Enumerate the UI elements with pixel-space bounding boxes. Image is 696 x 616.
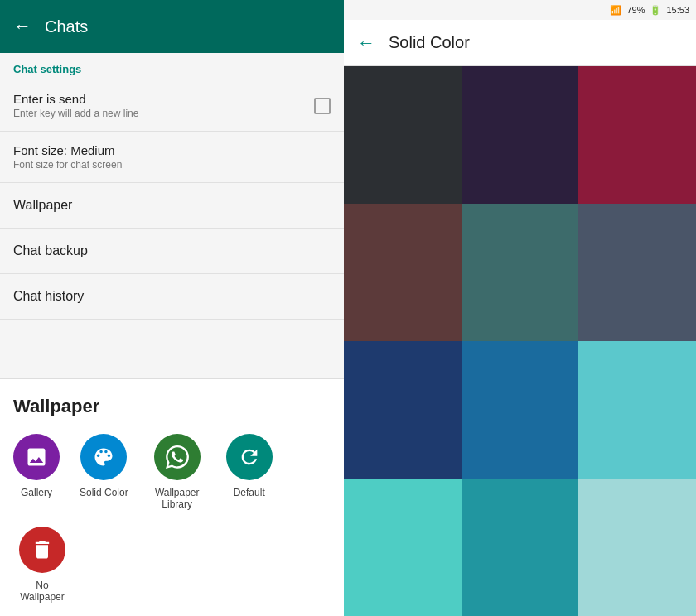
wallpaper-library-circle [154, 434, 201, 480]
chat-history-label: Chat history [13, 289, 331, 304]
back-arrow-icon[interactable]: ← [13, 16, 31, 37]
color-cell-2[interactable] [578, 66, 696, 204]
color-cell-0[interactable] [344, 66, 462, 204]
solid-color-circle [80, 434, 127, 480]
wallpaper-item[interactable]: Wallpaper [0, 183, 344, 229]
status-bar: 📶 79% 🔋 15:53 [344, 0, 696, 20]
default-label: Default [234, 487, 265, 498]
wallpaper-icons-row2: No Wallpaper [13, 527, 331, 603]
color-cell-8[interactable] [578, 341, 696, 479]
color-cell-3[interactable] [344, 204, 462, 341]
enter-is-send-subtitle: Enter key will add a new line [13, 108, 138, 119]
default-circle [226, 434, 273, 480]
gallery-icon-item[interactable]: Gallery [13, 434, 60, 498]
color-cell-6[interactable] [344, 341, 462, 479]
right-header: ← Solid Color [344, 20, 696, 66]
gallery-icon [25, 445, 48, 469]
signal-strength: 79% [626, 5, 645, 15]
color-cell-11[interactable] [578, 479, 696, 616]
wallpaper-library-icon-item[interactable]: Wallpaper Library [148, 434, 206, 510]
gallery-label: Gallery [21, 487, 52, 498]
enter-is-send-checkbox[interactable] [314, 98, 331, 114]
color-grid [344, 66, 696, 616]
wallpaper-library-label: Wallpaper Library [148, 487, 206, 510]
color-cell-1[interactable] [462, 66, 579, 204]
wallpaper-section: Wallpaper Gallery Solid Color [0, 378, 344, 616]
color-cell-5[interactable] [578, 204, 696, 341]
wifi-icon: 📶 [610, 5, 621, 16]
font-size-subtitle: Font size for chat screen [13, 159, 331, 171]
wallpaper-label: Wallpaper [13, 198, 331, 213]
color-cell-9[interactable] [344, 479, 462, 616]
no-wallpaper-label: No Wallpaper [13, 580, 71, 603]
font-size-item[interactable]: Font size: Medium Font size for chat scr… [0, 132, 344, 183]
solid-color-label: Solid Color [80, 487, 128, 498]
delete-icon [31, 538, 54, 561]
palette-icon [92, 445, 115, 469]
solid-color-back-icon[interactable]: ← [357, 32, 375, 54]
default-icon-item[interactable]: Default [226, 434, 273, 498]
color-cell-7[interactable] [462, 341, 579, 479]
time-display: 15:53 [666, 5, 689, 15]
no-wallpaper-icon-item[interactable]: No Wallpaper [13, 527, 71, 603]
color-cell-4[interactable] [462, 204, 579, 341]
settings-list: Chat settings Enter is send Enter key wi… [0, 53, 344, 378]
enter-is-send-title: Enter is send [13, 92, 138, 106]
whatsapp-icon [166, 445, 189, 469]
left-panel: ← Chats Chat settings Enter is send Ente… [0, 0, 344, 616]
chat-history-item[interactable]: Chat history [0, 274, 344, 320]
refresh-icon [238, 445, 261, 469]
gallery-circle [13, 434, 60, 480]
chats-title: Chats [45, 17, 88, 36]
solid-color-title: Solid Color [389, 33, 470, 52]
section-label: Chat settings [0, 53, 344, 80]
font-size-title: Font size: Medium [13, 143, 331, 157]
battery-icon: 🔋 [650, 5, 661, 16]
solid-color-icon-item[interactable]: Solid Color [80, 434, 128, 498]
enter-is-send-item[interactable]: Enter is send Enter key will add a new l… [0, 80, 344, 132]
wallpaper-section-title: Wallpaper [13, 396, 331, 417]
color-cell-10[interactable] [462, 479, 579, 616]
left-header: ← Chats [0, 0, 344, 53]
wallpaper-icons-row: Gallery Solid Color Wallpaper Library [13, 434, 331, 510]
no-wallpaper-circle [19, 527, 65, 573]
chat-backup-item[interactable]: Chat backup [0, 229, 344, 274]
chat-backup-label: Chat backup [13, 243, 331, 258]
right-panel: 📶 79% 🔋 15:53 ← Solid Color [344, 0, 696, 616]
